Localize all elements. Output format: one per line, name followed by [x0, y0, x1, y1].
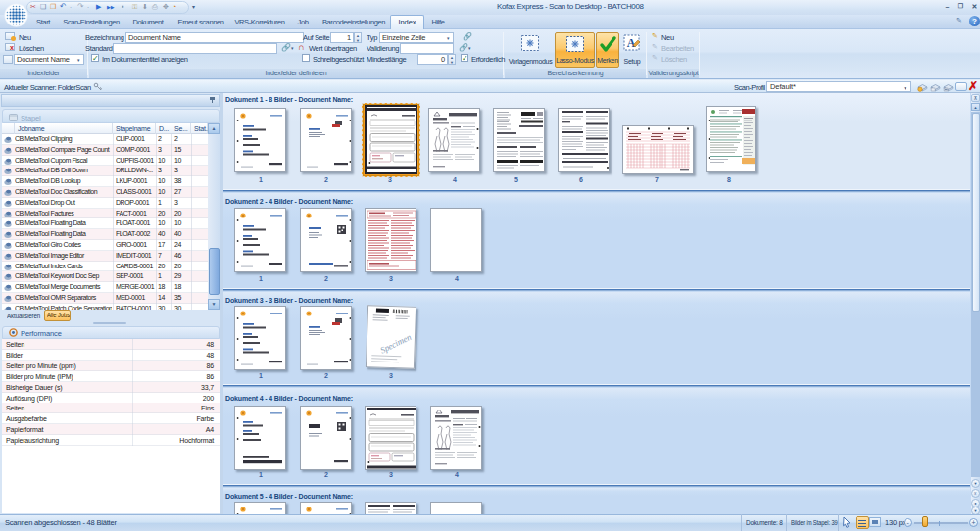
svg-text:A: A: [627, 36, 636, 50]
